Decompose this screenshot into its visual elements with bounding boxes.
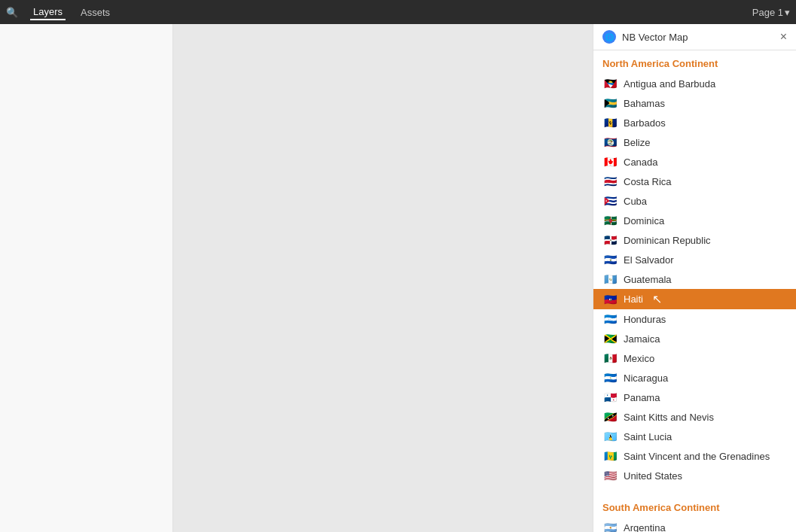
- list-item[interactable]: 🇨🇺 Cuba: [593, 191, 796, 211]
- list-item[interactable]: 🇵🇦 Panama: [593, 388, 796, 407]
- section-south-america: South America Continent: [593, 494, 796, 518]
- list-item[interactable]: 🇯🇲 Jamaica: [593, 329, 796, 348]
- list-item-haiti[interactable]: 🇭🇹 Haiti ↖: [593, 289, 796, 309]
- list-item[interactable]: 🇩🇲 Dominica: [593, 211, 796, 230]
- tab-assets[interactable]: Assets: [78, 5, 113, 20]
- country-name: Jamaica: [624, 333, 660, 345]
- list-item[interactable]: 🇱🇨 Saint Lucia: [593, 427, 796, 446]
- list-item[interactable]: 🇧🇸 Bahamas: [593, 93, 796, 113]
- top-bar: 🔍 Layers Assets Page 1 ▾: [0, 0, 796, 24]
- flag-icon: 🇨🇺: [602, 196, 618, 206]
- list-item[interactable]: 🇦🇬 Antigua and Barbuda: [593, 74, 796, 93]
- country-name: Saint Kitts and Nevis: [624, 412, 714, 423]
- list-item[interactable]: 🇬🇹 Guatemala: [593, 269, 796, 289]
- flag-icon: 🇳🇮: [602, 372, 618, 383]
- country-name: Saint Vincent and the Grenadines: [624, 451, 770, 462]
- flag-icon: 🇦🇬: [602, 78, 618, 89]
- country-name: Dominican Republic: [624, 235, 711, 246]
- country-name: Antigua and Barbuda: [624, 78, 715, 90]
- flag-icon: 🇬🇹: [602, 274, 618, 284]
- country-name: Saint Lucia: [624, 431, 672, 442]
- country-name: Canada: [624, 157, 658, 168]
- page-label: Page 1: [752, 7, 783, 18]
- flag-icon: 🇲🇽: [602, 353, 618, 363]
- panel-body[interactable]: North America Continent 🇦🇬 Antigua and B…: [593, 50, 796, 532]
- flag-icon: 🇺🇸: [602, 470, 618, 481]
- canvas-area: [173, 24, 593, 532]
- panel-header: 🌐 NB Vector Map ×: [593, 24, 796, 50]
- panel-title: NB Vector Map: [622, 32, 774, 43]
- country-name: El Salvador: [624, 254, 673, 266]
- main-area: 🌐 NB Vector Map × North America Continen…: [0, 24, 796, 532]
- country-name: Costa Rica: [624, 176, 672, 187]
- left-sidebar: [0, 24, 173, 532]
- flag-icon: 🇨🇦: [602, 157, 618, 167]
- panel: 🌐 NB Vector Map × North America Continen…: [593, 24, 796, 532]
- flag-icon: 🇸🇻: [602, 254, 618, 265]
- list-item[interactable]: 🇩🇴 Dominican Republic: [593, 230, 796, 250]
- list-item[interactable]: 🇳🇮 Nicaragua: [593, 368, 796, 388]
- list-item[interactable]: 🇨🇷 Costa Rica: [593, 172, 796, 191]
- list-item[interactable]: 🇸🇻 El Salvador: [593, 250, 796, 269]
- search-icon[interactable]: 🔍: [6, 7, 18, 18]
- country-name: Haiti: [624, 293, 643, 305]
- country-name: Cuba: [624, 196, 647, 207]
- list-item[interactable]: 🇰🇳 Saint Kitts and Nevis: [593, 407, 796, 427]
- list-item[interactable]: 🇭🇳 Honduras: [593, 309, 796, 329]
- country-name: Belize: [624, 137, 650, 148]
- list-item[interactable]: 🇲🇽 Mexico: [593, 348, 796, 368]
- list-item[interactable]: 🇨🇦 Canada: [593, 152, 796, 172]
- flag-icon: 🇭🇹: [602, 294, 618, 305]
- flag-icon: 🇦🇷: [602, 522, 618, 532]
- country-name: Honduras: [624, 314, 666, 325]
- flag-icon: 🇵🇦: [602, 392, 618, 403]
- country-name: Barbados: [624, 117, 666, 129]
- country-name: Mexico: [624, 353, 654, 364]
- flag-icon: 🇩🇲: [602, 215, 618, 226]
- country-name: Panama: [624, 392, 660, 403]
- page-selector[interactable]: Page 1 ▾: [752, 7, 790, 18]
- list-item[interactable]: 🇻🇨 Saint Vincent and the Grenadines: [593, 446, 796, 466]
- list-item[interactable]: 🇧🇧 Barbados: [593, 113, 796, 132]
- panel-icon: 🌐: [602, 30, 616, 44]
- cursor-icon: ↖: [652, 292, 662, 306]
- flag-icon: 🇨🇷: [602, 176, 618, 187]
- country-name: Argentina: [624, 522, 666, 533]
- flag-icon: 🇧🇿: [602, 137, 618, 147]
- country-name: United States: [624, 470, 682, 482]
- flag-icon: 🇯🇲: [602, 333, 618, 344]
- flag-icon: 🇱🇨: [602, 431, 618, 442]
- globe-icon: 🌐: [605, 33, 614, 41]
- flag-icon: 🇧🇧: [602, 117, 618, 128]
- list-item[interactable]: 🇺🇸 United States: [593, 466, 796, 485]
- close-icon[interactable]: ×: [780, 31, 787, 43]
- country-name: Nicaragua: [624, 372, 668, 384]
- chevron-down-icon: ▾: [785, 7, 790, 18]
- tab-layers[interactable]: Layers: [30, 5, 66, 20]
- flag-icon: 🇧🇸: [602, 98, 618, 108]
- country-name: Bahamas: [624, 98, 665, 109]
- list-item[interactable]: 🇧🇿 Belize: [593, 132, 796, 152]
- flag-icon: 🇩🇴: [602, 235, 618, 245]
- flag-icon: 🇭🇳: [602, 314, 618, 324]
- flag-icon: 🇻🇨: [602, 451, 618, 461]
- section-north-america: North America Continent: [593, 50, 796, 74]
- country-name: Guatemala: [624, 274, 672, 285]
- list-item[interactable]: 🇦🇷 Argentina: [593, 518, 796, 532]
- country-name: Dominica: [624, 215, 664, 226]
- flag-icon: 🇰🇳: [602, 412, 618, 422]
